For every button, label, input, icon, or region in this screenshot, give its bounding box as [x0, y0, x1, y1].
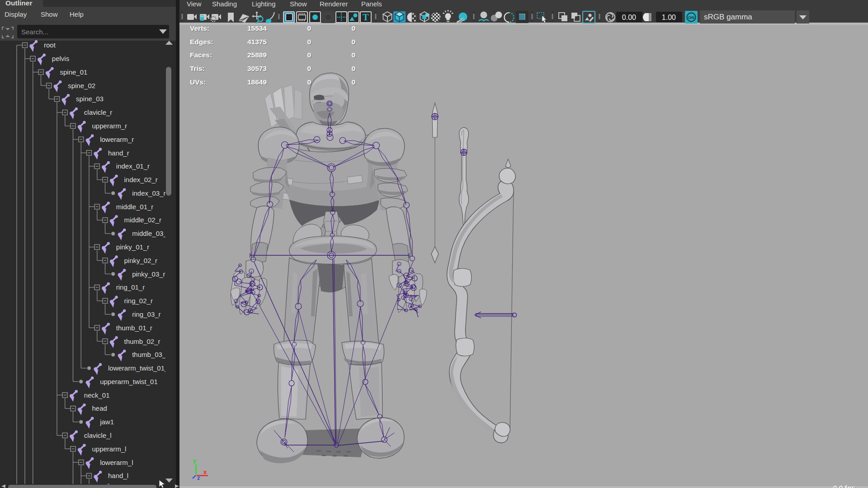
svg-text:upperarm_twist_01: upperarm_twist_01 — [100, 378, 158, 385]
svg-text:41375: 41375 — [247, 38, 267, 46]
svg-text:thumb_02_r: thumb_02_r — [124, 338, 160, 345]
svg-text:hand_r: hand_r — [108, 149, 129, 157]
svg-text:0: 0 — [307, 24, 311, 32]
svg-text:middle_02_r: middle_02_r — [124, 216, 162, 224]
svg-text:25889: 25889 — [247, 51, 267, 59]
svg-text:pinky_03_r: pinky_03_r — [132, 270, 165, 278]
svg-text:30573: 30573 — [247, 65, 267, 72]
svg-text:0: 0 — [307, 65, 311, 72]
svg-text:15534: 15534 — [247, 24, 267, 32]
svg-text:upperarm_l: upperarm_l — [92, 445, 127, 453]
svg-text:Outliner: Outliner — [5, 0, 32, 7]
svg-text:0: 0 — [351, 65, 355, 72]
svg-text:ON: ON — [688, 15, 694, 20]
svg-text:pelvis: pelvis — [52, 55, 69, 62]
svg-text:Edges:: Edges: — [190, 38, 213, 46]
svg-text:Shading: Shading — [212, 0, 237, 8]
svg-text:0: 0 — [351, 78, 355, 86]
svg-text:middle_01_r: middle_01_r — [116, 203, 154, 211]
svg-text:0: 0 — [307, 38, 311, 46]
svg-text:Panels: Panels — [361, 0, 382, 8]
svg-text:neck_01: neck_01 — [84, 391, 110, 399]
svg-text:y: y — [193, 457, 197, 464]
svg-text:thumb_01_r: thumb_01_r — [116, 324, 152, 332]
svg-text:T: T — [363, 12, 369, 22]
svg-text:thumb_03_r: thumb_03_r — [132, 351, 168, 358]
svg-text:Faces:: Faces: — [190, 51, 212, 59]
svg-text:lowerarm_r: lowerarm_r — [100, 136, 134, 143]
svg-text:spine_01: spine_01 — [60, 68, 88, 76]
svg-text:hand_l: hand_l — [108, 472, 128, 479]
svg-text:Display: Display — [5, 10, 27, 18]
svg-text:Search...: Search... — [21, 28, 48, 36]
svg-text:Lighting: Lighting — [252, 0, 276, 8]
svg-text:clavicle_l: clavicle_l — [84, 432, 112, 439]
svg-text:Help: Help — [70, 10, 84, 18]
svg-text:lowerarm_l: lowerarm_l — [100, 459, 133, 466]
svg-text:1.00: 1.00 — [662, 14, 676, 21]
svg-text:spine_02: spine_02 — [68, 82, 95, 89]
svg-text:ring_03_r: ring_03_r — [132, 310, 160, 318]
svg-text:pinky_02_r: pinky_02_r — [124, 257, 157, 264]
svg-text:Verts:: Verts: — [190, 24, 209, 32]
svg-text:0: 0 — [351, 38, 355, 46]
svg-text:Renderer: Renderer — [320, 0, 348, 8]
svg-text:ring_02_r: ring_02_r — [124, 297, 153, 305]
svg-text:middle_03_r: middle_03_r — [132, 230, 170, 237]
svg-text:0: 0 — [307, 51, 311, 59]
svg-text:sRGB gamma: sRGB gamma — [704, 13, 752, 21]
svg-text:spine_03: spine_03 — [76, 95, 104, 103]
svg-text:index_02_r: index_02_r — [124, 176, 158, 183]
svg-text:index_01_r: index_01_r — [116, 162, 150, 170]
svg-text:upperarm_r: upperarm_r — [92, 122, 127, 130]
svg-text:0: 0 — [351, 51, 355, 59]
svg-text:jaw1: jaw1 — [99, 418, 114, 426]
svg-text:Tris:: Tris: — [190, 65, 205, 72]
svg-text:18649: 18649 — [247, 78, 267, 86]
svg-text:root: root — [44, 41, 56, 49]
svg-text:0: 0 — [307, 78, 311, 86]
svg-text:z: z — [197, 474, 200, 481]
svg-text:x: x — [203, 469, 207, 475]
svg-text:pinky_01_r: pinky_01_r — [116, 243, 149, 251]
svg-text:index_03_r: index_03_r — [132, 189, 165, 197]
svg-text:clavicle_r: clavicle_r — [84, 108, 113, 116]
svg-text:lowerarm_twist_01_r: lowerarm_twist_01_r — [108, 364, 170, 372]
svg-text:UVs:: UVs: — [190, 78, 206, 86]
svg-text:0.0 fps: 0.0 fps — [833, 484, 855, 488]
svg-text:ring_01_r: ring_01_r — [116, 283, 145, 291]
svg-text:head: head — [92, 404, 107, 412]
svg-text:0: 0 — [351, 24, 355, 32]
svg-text:Show: Show — [41, 10, 58, 18]
svg-text:0.00: 0.00 — [622, 14, 636, 21]
svg-text:View: View — [187, 0, 201, 8]
svg-text:Show: Show — [290, 0, 307, 8]
